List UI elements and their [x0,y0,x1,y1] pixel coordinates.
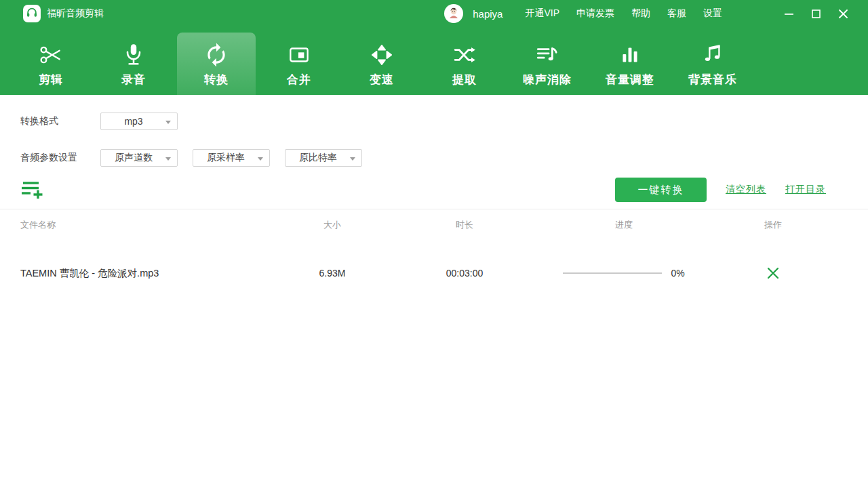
tab-merge[interactable]: 合并 [260,33,338,95]
sample-rate-select[interactable]: 原采样率 [193,149,270,167]
params-label: 音频参数设置 [20,152,100,164]
progress-bar [563,272,662,274]
avatar-cartoon [446,5,462,22]
file-action [698,266,848,280]
user-avatar[interactable] [444,4,463,23]
remove-file-button[interactable] [766,266,780,280]
menu-item-help[interactable]: 帮助 [631,7,650,20]
file-progress: 0% [549,268,698,279]
bitrate-select[interactable]: 原比特率 [285,149,362,167]
tab-label: 转换 [204,72,229,87]
tab-volume-adjust[interactable]: 音量调整 [591,33,669,95]
tab-label: 合并 [287,72,311,87]
convert-panel: 转换格式 mp3 音频参数设置 原声道数 原采样率 原比特率 [0,95,868,488]
tab-label: 剪辑 [39,72,63,87]
window-controls [772,3,853,24]
bitrate-select-value: 原比特率 [299,152,337,164]
volume-adjust-icon [617,42,643,68]
x-icon [767,267,779,279]
close-icon [839,9,848,18]
header-duration: 时长 [380,219,549,231]
tab-label: 噪声消除 [523,72,572,87]
tab-clip[interactable]: 剪辑 [12,33,90,95]
sample-rate-select-value: 原采样率 [207,152,245,164]
format-select[interactable]: mp3 [100,113,178,130]
file-name: TAEMIN 曹凯伦 - 危险派对.mp3 [20,267,285,280]
menu-item-invoice[interactable]: 申请发票 [576,7,614,20]
microphone-icon [121,42,146,68]
minimize-icon [785,9,793,18]
menu-item-vip[interactable]: 开通VIP [525,7,559,20]
file-duration: 00:03:00 [380,268,549,279]
toolbar: 剪辑 录音 转换 合并 [0,27,868,95]
file-table-row: TAEMIN 曹凯伦 - 危险派对.mp3 6.93M 00:03:00 0% [0,254,868,292]
format-label: 转换格式 [20,115,100,127]
maximize-icon [812,9,821,18]
minimize-button[interactable] [778,3,799,24]
scissors-icon [38,42,64,68]
titlebar-menu: 开通VIP 申请发票 帮助 客服 设置 [525,7,739,20]
chevron-down-icon [165,121,171,124]
tab-speed[interactable]: 变速 [342,33,421,95]
progress-percent: 0% [671,268,684,279]
channels-select[interactable]: 原声道数 [100,149,178,167]
header-size: 大小 [285,219,380,231]
app-title: 福昕音频剪辑 [47,7,104,20]
chevron-down-icon [258,157,263,161]
username[interactable]: hapiya [473,8,502,20]
tab-record[interactable]: 录音 [94,33,173,95]
tab-noise-removal[interactable]: 噪声消除 [508,33,587,95]
convert-all-button[interactable]: 一键转换 [615,178,707,202]
header-file-name: 文件名称 [20,219,285,231]
tab-extract[interactable]: 提取 [425,33,504,95]
format-select-value: mp3 [124,116,142,127]
tab-label: 录音 [121,72,146,87]
menu-item-support[interactable]: 客服 [667,7,686,20]
chevron-down-icon [350,157,355,161]
tab-label: 变速 [370,72,394,87]
tab-background-music[interactable]: 背景音乐 [673,33,752,95]
extract-icon [452,42,477,68]
background-music-icon [700,42,726,68]
header-progress: 进度 [549,219,698,231]
tab-convert[interactable]: 转换 [177,33,256,95]
add-files-button[interactable] [20,179,46,201]
close-button[interactable] [833,3,853,24]
speed-icon [369,42,395,68]
convert-icon [203,42,229,68]
tab-label: 背景音乐 [688,72,737,87]
file-table-header: 文件名称 大小 时长 进度 操作 [0,209,868,241]
noise-removal-icon [534,42,560,68]
menu-item-settings[interactable]: 设置 [703,7,722,20]
file-size: 6.93M [285,268,380,279]
chevron-down-icon [165,157,171,161]
tab-label: 提取 [452,72,477,87]
channels-select-value: 原声道数 [115,152,153,164]
open-folder-link[interactable]: 打开目录 [785,184,826,196]
merge-icon [286,42,312,68]
maximize-button[interactable] [806,3,826,24]
header-action: 操作 [698,219,848,231]
titlebar: 福昕音频剪辑 hapiya 开通VIP 申请发票 帮助 客服 设置 [0,0,868,27]
playlist-add-icon [20,180,45,200]
tab-label: 音量调整 [606,72,654,87]
headphones-icon [25,5,39,22]
app-logo [23,5,41,22]
clear-list-link[interactable]: 清空列表 [726,184,766,196]
